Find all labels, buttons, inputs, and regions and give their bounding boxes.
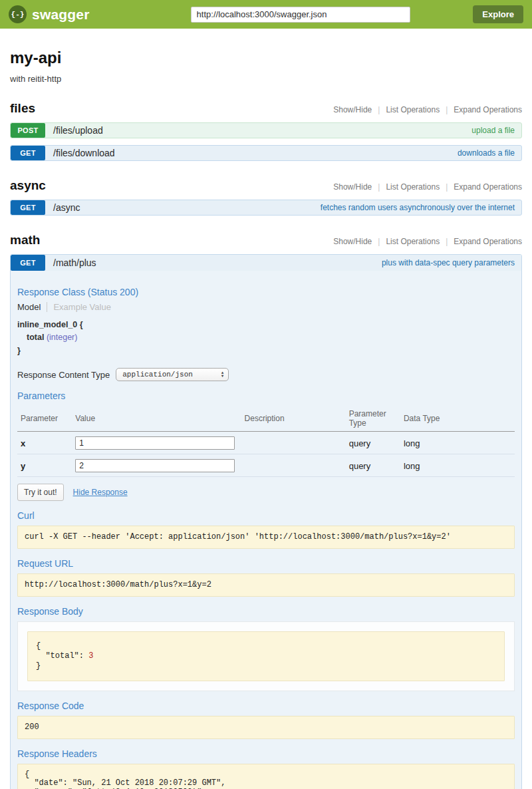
json-open-brace: { bbox=[36, 641, 496, 651]
options-separator: | bbox=[446, 237, 448, 246]
method-badge-get: GET bbox=[11, 200, 45, 215]
method-badge-get: GET bbox=[11, 146, 45, 160]
response-content-type-row: Response Content Type application/json ▲… bbox=[17, 368, 515, 381]
json-total-line: "total": 3 bbox=[36, 651, 496, 661]
expanded-operation-get-math-plus: GET /math/plus plus with data-spec query… bbox=[10, 254, 522, 789]
hide-response-link[interactable]: Hide Response bbox=[73, 488, 128, 497]
swagger-logo-icon: {-} bbox=[9, 5, 27, 23]
parameter-name: y bbox=[17, 454, 72, 477]
curl-heading: Curl bbox=[17, 510, 515, 521]
parameter-description bbox=[241, 454, 346, 477]
column-header-data-type: Data Type bbox=[400, 406, 515, 432]
response-code-box: 200 bbox=[17, 716, 515, 739]
show-hide-link[interactable]: Show/Hide bbox=[333, 182, 372, 192]
endpoint-path[interactable]: /files/download bbox=[53, 148, 115, 158]
resource-section-files: files Show/Hide | List Operations | Expa… bbox=[10, 101, 522, 161]
endpoint-row-post-files-upload[interactable]: POST /files/upload upload a file bbox=[10, 122, 522, 138]
endpoint-row-get-files-download[interactable]: GET /files/download downloads a file bbox=[10, 145, 522, 161]
options-separator: | bbox=[446, 182, 448, 192]
resource-options: Show/Hide | List Operations | Expand Ope… bbox=[333, 237, 522, 246]
options-separator: | bbox=[378, 182, 380, 192]
column-header-parameter: Parameter bbox=[17, 406, 72, 432]
model-property: total (integer) bbox=[17, 331, 515, 344]
list-operations-link[interactable]: List Operations bbox=[386, 237, 440, 246]
resource-name-async: async bbox=[10, 178, 46, 193]
main-content: my-api with reitit-http files Show/Hide … bbox=[0, 49, 532, 789]
column-header-parameter-type: Parameter Type bbox=[346, 406, 400, 432]
tab-model[interactable]: Model bbox=[17, 302, 47, 312]
response-body-heading: Response Body bbox=[17, 606, 515, 617]
endpoint-summary[interactable]: upload a file bbox=[471, 126, 515, 135]
curl-command-box: curl -X GET --header 'Accept: applicatio… bbox=[17, 526, 515, 549]
try-it-out-row: Try it out! Hide Response bbox=[17, 484, 515, 501]
response-body-container: { "total": 3} bbox=[17, 621, 515, 691]
endpoint-path[interactable]: /files/upload bbox=[53, 125, 103, 136]
show-hide-link[interactable]: Show/Hide bbox=[333, 105, 372, 114]
json-key: "total": bbox=[36, 651, 88, 661]
resource-options: Show/Hide | List Operations | Expand Ope… bbox=[333, 182, 522, 192]
endpoint-summary[interactable]: plus with data-spec query parameters bbox=[382, 258, 515, 267]
model-tabs: Model Example Value bbox=[17, 302, 515, 312]
endpoint-summary[interactable]: downloads a file bbox=[458, 148, 515, 158]
parameter-y-input[interactable] bbox=[75, 459, 235, 472]
parameters-heading: Parameters bbox=[17, 391, 515, 401]
resource-name-math: math bbox=[10, 233, 40, 247]
parameter-row-y: y query long bbox=[17, 454, 515, 477]
model-close-line: } bbox=[17, 345, 515, 357]
tab-example-value[interactable]: Example Value bbox=[47, 302, 110, 312]
model-name-line: inline_model_0 { bbox=[17, 319, 515, 331]
response-body-box: { "total": 3} bbox=[27, 631, 505, 681]
endpoint-row-get-math-plus[interactable]: GET /math/plus plus with data-spec query… bbox=[11, 255, 521, 271]
show-hide-link[interactable]: Show/Hide bbox=[333, 237, 372, 246]
parameter-data-type: long bbox=[400, 432, 515, 454]
method-badge-post: POST bbox=[11, 123, 45, 138]
parameter-type: query bbox=[346, 454, 400, 477]
response-headers-box: { "date": "Sun, 21 Oct 2018 20:07:29 GMT… bbox=[17, 764, 515, 789]
select-arrows-icon: ▲ ▼ bbox=[221, 371, 224, 378]
method-badge-get: GET bbox=[11, 255, 45, 271]
api-title: my-api bbox=[10, 49, 522, 67]
options-separator: | bbox=[378, 105, 380, 114]
expand-operations-link[interactable]: Expand Operations bbox=[454, 105, 522, 114]
json-close-brace: } bbox=[36, 661, 496, 671]
property-name: total bbox=[27, 333, 44, 342]
explore-button[interactable]: Explore bbox=[473, 5, 523, 23]
response-class-heading: Response Class (Status 200) bbox=[17, 287, 515, 297]
column-header-value: Value bbox=[72, 406, 241, 432]
parameter-type: query bbox=[346, 432, 400, 454]
swagger-logo[interactable]: {-} swagger bbox=[9, 5, 90, 23]
api-info: my-api with reitit-http bbox=[10, 49, 522, 84]
request-url-heading: Request URL bbox=[17, 558, 515, 569]
swagger-logo-text: swagger bbox=[32, 7, 90, 23]
options-separator: | bbox=[378, 237, 380, 246]
expand-operations-link[interactable]: Expand Operations bbox=[454, 182, 522, 192]
parameter-x-input[interactable] bbox=[75, 436, 235, 450]
property-type: (integer) bbox=[47, 333, 78, 342]
options-separator: | bbox=[446, 105, 448, 114]
try-it-out-button[interactable]: Try it out! bbox=[17, 484, 64, 501]
parameter-description bbox=[241, 432, 346, 454]
endpoint-path[interactable]: /async bbox=[53, 202, 80, 213]
response-content-type-label: Response Content Type bbox=[17, 370, 110, 380]
list-operations-link[interactable]: List Operations bbox=[386, 105, 440, 114]
model-signature: inline_model_0 { total (integer) } bbox=[17, 319, 515, 357]
endpoint-row-get-async[interactable]: GET /async fetches random users asynchro… bbox=[10, 200, 522, 216]
resource-options: Show/Hide | List Operations | Expand Ope… bbox=[333, 105, 522, 114]
endpoint-summary[interactable]: fetches random users asynchronously over… bbox=[321, 203, 515, 212]
list-operations-link[interactable]: List Operations bbox=[386, 182, 440, 192]
parameter-row-x: x query long bbox=[17, 432, 515, 454]
top-header-bar: {-} swagger Explore bbox=[0, 0, 532, 29]
spec-url-input[interactable] bbox=[191, 7, 410, 23]
resource-section-async: async Show/Hide | List Operations | Expa… bbox=[10, 178, 522, 216]
expand-operations-link[interactable]: Expand Operations bbox=[454, 237, 522, 246]
response-code-heading: Response Code bbox=[17, 701, 515, 711]
response-content-type-select[interactable]: application/json ▲ ▼ bbox=[116, 368, 229, 381]
api-description: with reitit-http bbox=[10, 74, 522, 84]
parameters-table: Parameter Value Description Parameter Ty… bbox=[17, 406, 515, 477]
parameter-name: x bbox=[17, 432, 72, 454]
parameter-data-type: long bbox=[400, 454, 515, 477]
selected-content-type: application/json bbox=[122, 371, 193, 379]
header-line: "date": "Sun, 21 Oct 2018 20:07:29 GMT", bbox=[25, 779, 507, 788]
endpoint-path[interactable]: /math/plus bbox=[53, 257, 96, 268]
column-header-description: Description bbox=[241, 406, 346, 432]
